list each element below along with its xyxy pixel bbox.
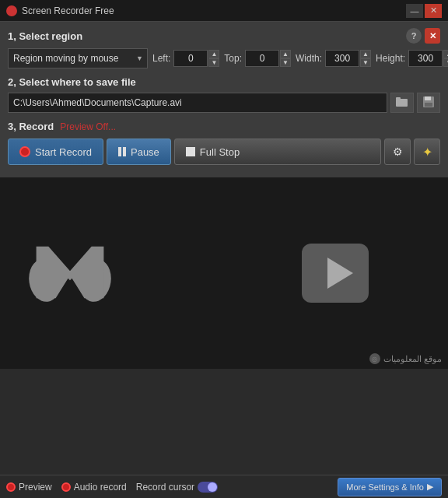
cursor-toggle[interactable] [198,482,218,493]
region-select-wrapper: Region moving by mouse Fixed region Full… [8,48,148,68]
top-label: Top: [224,53,242,64]
main-content: 1, Select region ? ✕ Region moving by mo… [0,22,448,177]
app-icon [6,5,17,16]
svg-rect-1 [396,97,401,100]
region-row: Region moving by mouse Fixed region Full… [8,48,440,68]
start-record-label: Start Record [35,146,92,158]
brightness-icon: ✦ [422,145,432,160]
section2-label: 2, Select where to save file [8,76,136,88]
width-input[interactable] [325,50,359,67]
pause-label: Pause [131,146,159,158]
minimize-button[interactable]: — [406,4,423,18]
top-input-wrap: ▲ ▼ [245,50,291,67]
file-row [8,93,440,113]
section1-actions: ? ✕ [406,28,440,44]
top-spin-btns: ▲ ▼ [280,50,291,67]
left-label: Left: [152,53,170,64]
width-input-wrap: ▲ ▼ [325,50,371,67]
width-spin-btns: ▲ ▼ [360,50,371,67]
title-bar: Screen Recorder Free — ✕ [0,0,448,22]
more-settings-icon: ▶ [427,482,433,492]
top-input[interactable] [245,50,279,67]
save-icon [422,96,435,110]
title-bar-left: Screen Recorder Free [6,5,114,16]
height-coord-group: Height: ▲ ▼ [376,50,448,67]
audio-status-label: Audio record [74,482,127,493]
stop-icon [186,147,195,156]
section1-label: 1, Select region [8,30,82,42]
left-input-wrap: ▲ ▼ [173,50,219,67]
cursor-status-item: Record cursor [136,482,218,493]
left-spin-down[interactable]: ▼ [208,58,219,67]
height-input[interactable] [408,50,443,67]
section3-label: 3, Record [8,121,54,132]
svg-rect-0 [396,99,408,107]
top-spin-down[interactable]: ▼ [280,58,291,67]
more-settings-button[interactable]: More Settings & Info ▶ [338,478,442,496]
region-select[interactable]: Region moving by mouse Fixed region Full… [8,48,148,68]
close-button[interactable]: ✕ [425,4,442,18]
left-input[interactable] [173,50,208,67]
width-coord-group: Width: ▲ ▼ [296,50,371,67]
start-record-button[interactable]: Start Record [8,139,103,165]
file-path-input[interactable] [8,93,387,113]
width-spin-up[interactable]: ▲ [360,50,371,58]
more-settings-label: More Settings & Info [346,482,424,492]
left-spin-up[interactable]: ▲ [208,50,219,58]
app-title: Screen Recorder Free [22,5,114,16]
record-dot-icon [19,146,30,157]
height-input-wrap: ▲ ▼ [408,50,448,67]
full-stop-button[interactable]: Full Stop [174,139,381,165]
full-stop-label: Full Stop [200,146,240,158]
left-spin-btns: ▲ ▼ [208,50,219,67]
section2-header: 2, Select where to save file [8,76,440,88]
left-coord-group: Left: ▲ ▼ [152,50,219,67]
help-button[interactable]: ? [406,28,422,44]
svg-rect-4 [425,103,432,107]
preview-status: Preview Off... [60,121,116,132]
m-logo [23,226,117,320]
section1-header: 1, Select region ? ✕ [8,28,440,44]
height-spin-up[interactable]: ▲ [443,50,448,58]
svg-rect-3 [425,96,431,100]
pause-icon [118,147,126,156]
height-label: Height: [376,53,405,64]
brightness-button[interactable]: ✦ [414,139,440,165]
preview-dot-icon [6,482,16,492]
top-coord-group: Top: ▲ ▼ [224,50,291,67]
preview-status-label: Preview [19,482,52,493]
buttons-row: Start Record Pause Full Stop ⚙ ✦ [8,139,440,165]
preview-status-item: Preview [6,482,52,493]
save-button[interactable] [417,93,440,113]
title-bar-controls: — ✕ [406,4,442,18]
width-spin-down[interactable]: ▼ [360,58,371,67]
folder-icon [396,96,408,110]
height-spin-btns: ▲ ▼ [443,50,448,67]
cursor-status-label: Record cursor [136,482,194,493]
status-bar: Preview Audio record Record cursor More … [0,475,448,498]
section3-header: 3, Record Preview Off... [8,121,440,132]
pause-button[interactable]: Pause [107,139,171,165]
tools-button[interactable]: ⚙ [384,139,411,165]
section-close-button[interactable]: ✕ [425,28,440,44]
top-spin-up[interactable]: ▲ [280,50,291,58]
watermark-icon: ◎ [369,353,380,364]
height-spin-down[interactable]: ▼ [443,58,448,67]
play-button-icon[interactable] [300,242,370,304]
toggle-knob [208,482,217,492]
audio-dot-icon [61,482,71,492]
tools-icon: ⚙ [393,146,403,158]
audio-status-item: Audio record [61,482,127,493]
browse-folder-button[interactable] [390,93,414,113]
width-label: Width: [296,53,322,64]
watermark: ◎ موقع المعلوميات [369,353,442,364]
watermark-text: موقع المعلوميات [383,354,442,364]
preview-area[interactable]: ◎ موقع المعلوميات [0,177,448,369]
